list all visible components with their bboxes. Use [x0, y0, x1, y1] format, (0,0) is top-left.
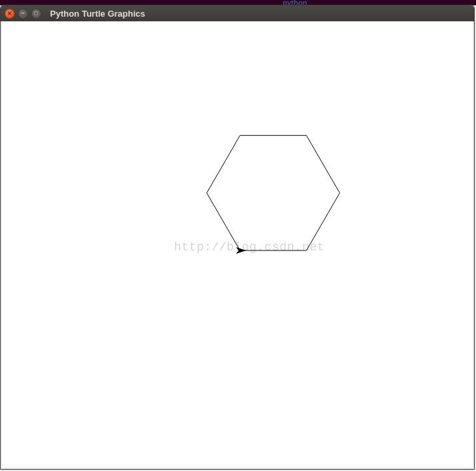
window-title: Python Turtle Graphics — [50, 9, 145, 19]
turtle-window: Python Turtle Graphics http://blog.csdn.… — [0, 5, 475, 470]
titlebar[interactable]: Python Turtle Graphics — [1, 5, 474, 21]
minimize-button[interactable] — [18, 9, 28, 19]
turtle-canvas-area: http://blog.csdn.net — [1, 21, 474, 469]
close-button[interactable] — [5, 9, 15, 19]
turtle-cursor-icon — [236, 247, 246, 254]
maximize-button[interactable] — [31, 9, 41, 19]
turtle-canvas — [2, 21, 473, 468]
hexagon-shape — [207, 135, 339, 250]
